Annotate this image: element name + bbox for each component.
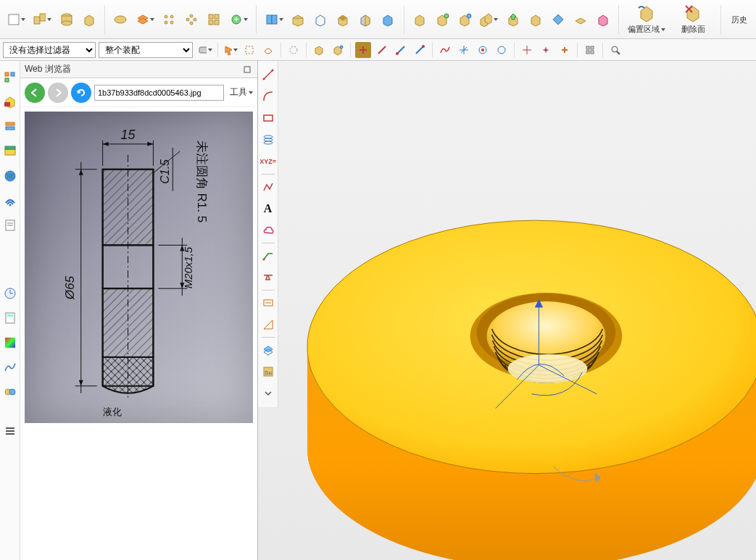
toggle-icon[interactable] [197, 42, 213, 58]
rail-color-icon[interactable] [2, 335, 18, 351]
vt-arc-icon[interactable] [260, 88, 276, 104]
vt-layer-icon[interactable] [260, 342, 276, 358]
vt-coil-icon[interactable] [260, 132, 276, 148]
vt-angle-icon[interactable] [260, 317, 276, 333]
rail-wifi-icon[interactable] [2, 193, 18, 209]
svg-point-11 [170, 15, 173, 18]
filter-combo[interactable]: 没有选择过滤器 [3, 42, 96, 58]
layers-icon[interactable] [135, 9, 155, 30]
rail-tree-icon[interactable] [2, 70, 18, 85]
assembly-combo[interactable]: 整个装配 [99, 42, 193, 58]
box-tan-icon[interactable] [527, 9, 544, 30]
vt-gear-icon[interactable]: Su [260, 364, 276, 380]
svg-rect-101 [5, 338, 15, 348]
svg-rect-18 [209, 14, 213, 19]
box-pink-icon[interactable] [594, 9, 611, 30]
offset-region-label: 偏置区域 [628, 25, 660, 33]
cross-red-icon[interactable] [355, 42, 371, 58]
rail-calc-icon[interactable] [2, 310, 18, 326]
rail-wave-icon[interactable] [2, 359, 18, 375]
vt-chevron-icon[interactable] [260, 385, 276, 401]
svg-rect-78 [586, 51, 589, 54]
rot-icon[interactable] [475, 42, 491, 58]
vt-zigzag-icon[interactable] [260, 269, 276, 285]
forward-button[interactable] [48, 83, 68, 103]
plus-dot-icon[interactable] [538, 42, 554, 58]
wave-icon[interactable] [437, 42, 453, 58]
search-icon[interactable] [607, 42, 623, 58]
rail-note-icon[interactable] [2, 217, 18, 233]
axis-icon[interactable] [456, 42, 472, 58]
shaded-cube-icon[interactable] [335, 9, 352, 30]
box-open-icon[interactable] [290, 9, 307, 30]
blue-cube-icon[interactable] [380, 9, 396, 30]
wire-cube-icon[interactable] [312, 9, 329, 30]
box-pick-icon[interactable] [241, 42, 257, 58]
svg-marker-33 [383, 15, 392, 26]
half-cube-icon[interactable] [357, 9, 374, 30]
rail-advance-icon[interactable] [2, 384, 18, 400]
svg-rect-105 [6, 430, 14, 432]
pin-icon[interactable] [241, 64, 253, 75]
box-unfold-icon[interactable] [32, 9, 52, 30]
vt-leader-icon[interactable] [260, 248, 276, 264]
3d-scene[interactable] [278, 61, 756, 560]
dots1-icon[interactable] [161, 9, 178, 30]
cylinder-icon[interactable] [58, 9, 75, 30]
arrow-cube-icon[interactable] [504, 9, 521, 30]
vt-cloud-icon[interactable] [260, 222, 276, 238]
plus-shape-icon[interactable]: + [228, 9, 249, 30]
svg-rect-104 [6, 427, 14, 429]
vt-text-icon[interactable]: A [260, 201, 276, 217]
rail-menu-icon[interactable] [2, 423, 18, 439]
svg-point-16 [194, 18, 196, 21]
iso-cube3-icon[interactable] [456, 9, 473, 30]
grid-icon[interactable] [206, 9, 223, 30]
refresh-button[interactable] [71, 83, 91, 103]
cap-icon[interactable] [112, 9, 129, 30]
svg-point-62 [422, 45, 425, 48]
rail-stack-icon[interactable] [2, 119, 18, 135]
target-icon[interactable] [519, 42, 535, 58]
cube-icon[interactable] [80, 9, 97, 30]
rail-clock-icon[interactable] [2, 285, 18, 301]
svg-text:M20x1,5: M20x1,5 [182, 246, 194, 288]
svg-point-60 [396, 52, 399, 55]
vt-line-icon[interactable] [260, 67, 276, 83]
lasso-icon[interactable] [260, 42, 276, 58]
grid-sm-icon[interactable] [582, 42, 598, 58]
iso-cube2-icon[interactable] [433, 9, 450, 30]
flat-icon[interactable] [572, 9, 589, 30]
diag2-icon[interactable] [412, 42, 428, 58]
vt-dim-icon[interactable] [260, 295, 276, 311]
delete-face-button[interactable]: 删除面 [673, 1, 713, 38]
offset-region-button[interactable]: 偏置区域 [626, 1, 667, 38]
book-icon[interactable] [264, 9, 284, 30]
join-cube-icon[interactable] [478, 9, 499, 30]
plus-icon[interactable] [557, 42, 573, 58]
url-input[interactable] [94, 85, 224, 101]
vt-rect-icon[interactable] [260, 110, 276, 126]
svg-text:未注圆角 R1. 5: 未注圆角 R1. 5 [195, 141, 209, 222]
history-button[interactable]: 历史 [728, 1, 750, 38]
rail-part-icon[interactable] [2, 143, 18, 159]
cube1-icon[interactable] [311, 42, 327, 58]
back-button[interactable] [25, 83, 45, 103]
iso-cube-icon[interactable] [411, 9, 428, 30]
rail-cube-icon[interactable] [2, 94, 18, 110]
diag-icon[interactable] [393, 42, 409, 58]
vt-xyz-icon[interactable]: XYZ= [260, 154, 276, 170]
poly-icon[interactable] [286, 42, 302, 58]
dots2-icon[interactable] [183, 9, 200, 30]
pick-icon[interactable] [223, 42, 238, 58]
diamond-icon[interactable] [549, 9, 566, 30]
new-sheet-icon[interactable] [6, 9, 26, 30]
vt-polyline-icon[interactable] [260, 179, 276, 195]
panel-header: Web 浏览器 [20, 61, 257, 78]
svg-point-143 [264, 135, 273, 138]
rail-earth-icon[interactable] [2, 168, 18, 184]
rot2-icon[interactable] [494, 42, 510, 58]
cube2-icon[interactable] [330, 42, 346, 58]
dash-red-icon[interactable] [374, 42, 390, 58]
tools-dropdown[interactable]: 工具 [230, 86, 253, 99]
